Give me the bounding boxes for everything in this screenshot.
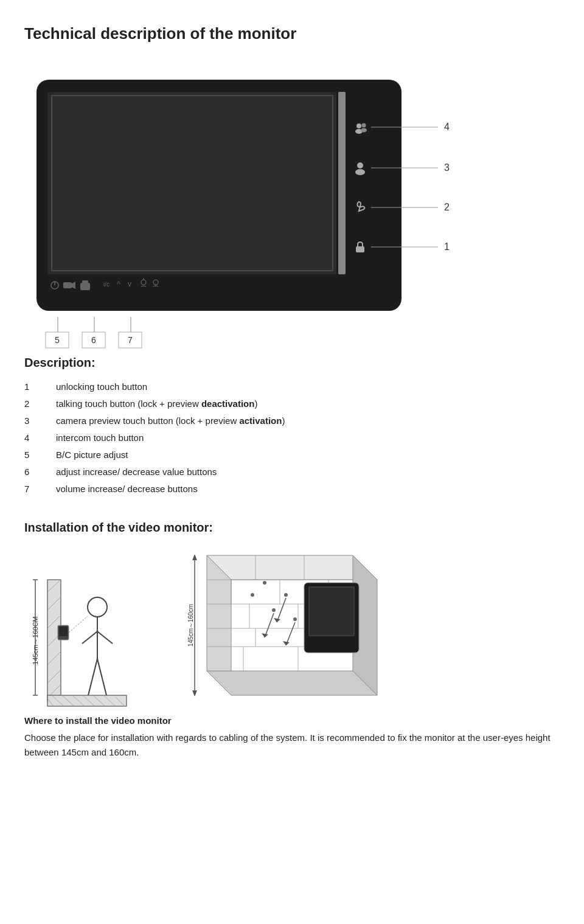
svg-rect-53 xyxy=(47,695,127,706)
svg-line-68 xyxy=(88,659,97,695)
svg-text:6: 6 xyxy=(91,335,96,345)
svg-rect-13 xyxy=(63,282,72,288)
svg-line-66 xyxy=(82,631,97,644)
svg-text:i/c: i/c xyxy=(103,281,109,288)
svg-rect-63 xyxy=(59,627,68,636)
description-section: Description: 1 unlocking touch button 2 … xyxy=(24,356,560,496)
svg-text:3: 3 xyxy=(444,162,450,173)
svg-point-94 xyxy=(293,617,297,621)
svg-rect-16 xyxy=(82,280,88,283)
desc-text-2: talking touch button (lock + preview dea… xyxy=(56,397,560,411)
desc-num-1: 1 xyxy=(24,380,49,394)
installation-section: Installation of the video monitor: 145cm… xyxy=(24,521,560,760)
desc-text-3: camera preview touch button (lock + prev… xyxy=(56,414,560,428)
svg-point-93 xyxy=(284,593,288,597)
desc-num-2: 2 xyxy=(24,397,49,411)
svg-point-4 xyxy=(356,123,361,128)
svg-marker-105 xyxy=(192,690,197,696)
svg-line-95 xyxy=(265,613,274,637)
svg-point-90 xyxy=(251,593,254,597)
install-diagrams: 145cm～160CM xyxy=(24,549,560,695)
desc-num-3: 3 xyxy=(24,414,49,428)
svg-line-67 xyxy=(97,631,113,644)
wall-mount-diagram: 145cm～160cm xyxy=(158,549,365,695)
desc-num-6: 6 xyxy=(24,465,49,479)
svg-rect-15 xyxy=(80,283,90,290)
desc-num-7: 7 xyxy=(24,482,49,496)
svg-rect-10 xyxy=(356,246,364,252)
svg-text:4: 4 xyxy=(444,122,450,132)
svg-point-91 xyxy=(263,581,266,585)
svg-point-64 xyxy=(88,597,107,617)
svg-marker-100 xyxy=(283,641,290,645)
svg-text:5: 5 xyxy=(55,335,60,345)
svg-rect-102 xyxy=(309,587,354,636)
svg-text:145cm～160CM: 145cm～160CM xyxy=(32,616,39,664)
svg-point-9 xyxy=(355,169,365,175)
description-table: 1 unlocking touch button 2 talking touch… xyxy=(24,380,560,496)
desc-text-4: intercom touch button xyxy=(56,431,560,445)
desc-text-1: unlocking touch button xyxy=(56,380,560,394)
svg-line-99 xyxy=(286,622,295,645)
svg-rect-45 xyxy=(47,580,61,701)
svg-point-8 xyxy=(357,162,363,168)
svg-marker-98 xyxy=(274,618,280,622)
svg-point-7 xyxy=(361,128,367,133)
svg-text:2: 2 xyxy=(444,202,450,212)
installation-heading: Installation of the video monitor: xyxy=(24,521,560,535)
svg-marker-71 xyxy=(207,555,377,580)
person-diagram: 145cm～160CM xyxy=(24,574,134,695)
svg-marker-104 xyxy=(192,554,197,560)
desc-text-6: adjust increase/ decrease value buttons xyxy=(56,465,560,479)
where-to-install: Where to install the video monitor Choos… xyxy=(24,714,560,760)
monitor-diagram-svg: i/c ^ v 4 3 2 1 xyxy=(24,61,548,353)
svg-marker-96 xyxy=(262,633,268,637)
desc-num-4: 4 xyxy=(24,431,49,445)
svg-text:^: ^ xyxy=(117,280,120,288)
where-text: Choose the place for installation with r… xyxy=(24,731,560,760)
svg-point-6 xyxy=(362,123,366,128)
svg-text:1: 1 xyxy=(444,241,450,252)
svg-line-70 xyxy=(69,616,88,633)
svg-marker-73 xyxy=(207,671,377,695)
svg-line-97 xyxy=(277,598,286,622)
desc-num-5: 5 xyxy=(24,448,49,462)
svg-point-92 xyxy=(272,608,276,612)
svg-text:145cm～160cm: 145cm～160cm xyxy=(187,604,194,647)
monitor-diagram: i/c ^ v 4 3 2 1 xyxy=(24,61,548,356)
desc-text-5: B/C picture adjust xyxy=(56,448,560,462)
svg-rect-2 xyxy=(52,96,333,271)
svg-rect-3 xyxy=(338,92,346,274)
description-heading: Description: xyxy=(24,356,560,370)
svg-line-69 xyxy=(97,659,106,695)
page-title: Technical description of the monitor xyxy=(24,24,560,43)
svg-text:7: 7 xyxy=(128,335,133,345)
desc-text-7: volume increase/ decrease buttons xyxy=(56,482,560,496)
svg-text:v: v xyxy=(128,280,131,288)
